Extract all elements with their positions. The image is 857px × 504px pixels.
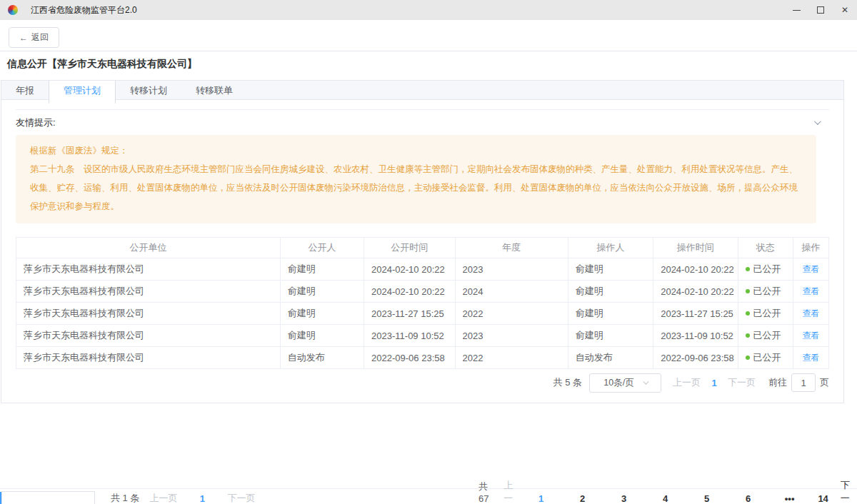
cell-publish-time: 2024-02-10 20:22 [364, 281, 455, 303]
prev-page-button[interactable]: 上一页 [499, 479, 520, 504]
pagination-total: 共 5 条 [553, 376, 582, 389]
next-page-button[interactable]: 下一页 [836, 479, 857, 504]
tab-management-plan[interactable]: 管理计划 [49, 81, 116, 104]
page-number-6[interactable]: 6 [738, 493, 759, 504]
cell-action: 查看 [793, 347, 828, 369]
pagination-total: 共 1 条 [111, 492, 139, 504]
col-header-operate-time: 操作时间 [653, 238, 738, 258]
goto-page-input[interactable] [791, 373, 816, 392]
cell-year: 2023 [455, 325, 568, 347]
clipped-focused-edge [0, 492, 1, 504]
cell-year: 2022 [455, 347, 568, 369]
back-button[interactable]: ← 返回 [9, 27, 59, 48]
cell-publish-time: 2022-09-06 23:58 [364, 347, 455, 369]
cell-action: 查看 [793, 325, 828, 347]
goto-unit: 页 [820, 376, 829, 389]
cell-publisher: 俞建明 [280, 303, 364, 325]
cell-status: 已公开 [738, 303, 793, 325]
notice-line1: 根据新《固废法》规定： [30, 141, 802, 160]
next-page-button[interactable]: 下一页 [223, 492, 259, 504]
clipped-select-box[interactable] [1, 491, 95, 504]
cell-operate-time: 2022-09-06 23:58 [653, 347, 738, 369]
cell-publish-time: 2023-11-09 10:52 [364, 325, 455, 347]
cell-unit: 萍乡市天东电器科技有限公司 [16, 303, 281, 325]
page-size-value: 10条/页 [603, 377, 633, 389]
status-badge: 已公开 [753, 286, 781, 296]
status-dot-icon [746, 289, 750, 293]
close-icon: ✕ [841, 6, 848, 14]
bottom-left-pagination: 共 1 条 上一页 1 下一页 [111, 492, 259, 504]
chevron-down-icon [814, 118, 821, 125]
cell-operate-time: 2024-02-10 20:22 [653, 258, 738, 281]
cell-operate-time: 2023-11-27 15:25 [653, 303, 738, 325]
notice-collapse-title: 友情提示: [16, 116, 56, 129]
minimize-button[interactable] [784, 0, 808, 20]
page-number-2[interactable]: 2 [572, 493, 593, 504]
prev-page-button[interactable]: 上一页 [668, 376, 705, 389]
cell-action: 查看 [793, 303, 828, 325]
view-link[interactable]: 查看 [802, 353, 819, 363]
cell-publish-time: 2024-02-10 20:22 [364, 258, 455, 281]
tab-transfer-plan[interactable]: 转移计划 [116, 81, 181, 99]
cell-operator: 俞建明 [568, 325, 653, 347]
table-row: 萍乡市天东电器科技有限公司 俞建明 2024-02-10 20:22 2024 … [16, 281, 829, 303]
prev-page-button[interactable]: 上一页 [145, 492, 181, 504]
status-badge: 已公开 [753, 330, 781, 341]
col-header-publish-time: 公开时间 [364, 238, 455, 258]
app-logo-icon [8, 5, 18, 15]
cell-publisher: 俞建明 [280, 325, 364, 347]
tabs-bar: 年报 管理计划 转移计划 转移联单 [1, 81, 843, 100]
pagination-ellipsis[interactable]: ••• [779, 493, 801, 504]
table-row: 萍乡市天东电器科技有限公司 自动发布 2022-09-06 23:58 2022… [16, 347, 829, 369]
view-link[interactable]: 查看 [802, 331, 819, 341]
table-row: 萍乡市天东电器科技有限公司 俞建明 2023-11-09 10:52 2023 … [16, 325, 829, 347]
page-number-1[interactable]: 1 [705, 378, 723, 388]
page-number-1[interactable]: 1 [531, 493, 552, 504]
status-dot-icon [746, 356, 750, 360]
page-size-select[interactable]: 10条/页 [589, 373, 661, 393]
cell-unit: 萍乡市天东电器科技有限公司 [16, 325, 281, 347]
table-pagination: 共 5 条 10条/页 上一页 1 下一页 前往 页 [16, 373, 829, 393]
close-button[interactable]: ✕ [833, 0, 857, 20]
goto-label: 前往 [768, 376, 787, 389]
col-header-year: 年度 [455, 238, 568, 258]
pagination-goto: 前往 页 [768, 373, 829, 392]
table-row: 萍乡市天东电器科技有限公司 俞建明 2023-11-27 15:25 2022 … [16, 303, 829, 325]
cell-status: 已公开 [738, 325, 793, 347]
cell-status: 已公开 [738, 258, 793, 281]
window-controls: ✕ [784, 0, 857, 20]
page-number-4[interactable]: 4 [655, 493, 676, 504]
page-number-14[interactable]: 14 [813, 493, 834, 504]
window-title: 江西省危险废物监管平台2.0 [31, 4, 137, 16]
bottom-divider [0, 488, 857, 489]
maximize-button[interactable] [808, 0, 833, 20]
cell-year: 2024 [455, 281, 568, 303]
view-link[interactable]: 查看 [802, 264, 819, 274]
status-badge: 已公开 [753, 308, 781, 318]
view-link[interactable]: 查看 [802, 286, 819, 296]
table-row: 萍乡市天东电器科技有限公司 俞建明 2024-02-10 20:22 2023 … [16, 258, 829, 281]
notice-collapse-header[interactable]: 友情提示: [16, 109, 829, 135]
tab-annual-report[interactable]: 年报 [1, 81, 49, 99]
next-page-button[interactable]: 下一页 [723, 376, 760, 389]
cell-operator: 俞建明 [568, 281, 653, 303]
status-dot-icon [746, 267, 750, 271]
maximize-icon [817, 6, 824, 14]
page-number-5[interactable]: 5 [696, 493, 718, 504]
col-header-status: 状态 [738, 238, 793, 258]
cell-operator: 俞建明 [568, 258, 653, 281]
tab-transfer-manifest[interactable]: 转移联单 [181, 81, 247, 99]
cell-action: 查看 [793, 281, 828, 303]
page-number-3[interactable]: 3 [613, 493, 635, 504]
cell-action: 查看 [793, 258, 828, 281]
window-titlebar: 江西省危险废物监管平台2.0 ✕ [0, 0, 857, 20]
cell-publisher: 俞建明 [280, 258, 364, 281]
cell-publish-time: 2023-11-27 15:25 [364, 303, 455, 325]
view-link[interactable]: 查看 [802, 308, 819, 318]
status-badge: 已公开 [753, 263, 781, 274]
cell-operator: 俞建明 [568, 303, 653, 325]
status-dot-icon [746, 311, 750, 316]
status-dot-icon [746, 333, 750, 338]
cell-unit: 萍乡市天东电器科技有限公司 [16, 347, 281, 369]
page-number-1[interactable]: 1 [191, 493, 213, 504]
